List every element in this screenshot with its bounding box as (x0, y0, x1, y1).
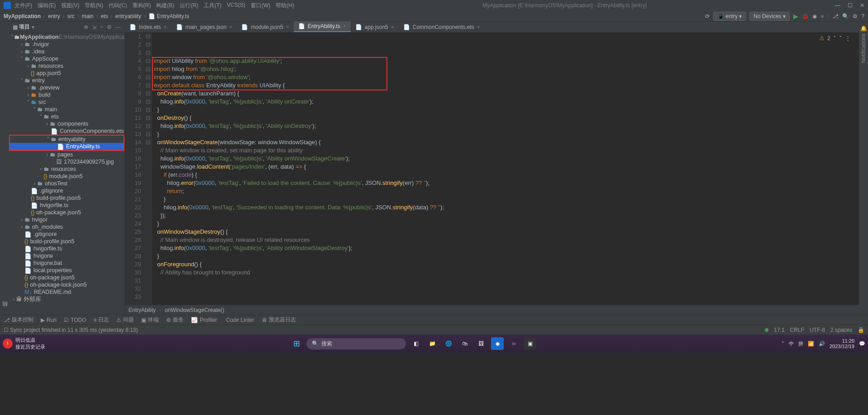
fold-gutter[interactable]: ⊟⊟ ⊟ ⊟ ⊟⊟ ⊟⊟ ⊟ ⊟⊟ ⊟ ⊟ ⊟ (146, 33, 152, 305)
search-icon[interactable]: 🔍 (842, 13, 849, 19)
crumb-class[interactable]: EntryAbility (129, 307, 156, 313)
tree-item[interactable]: ›🖿oh_modules (9, 223, 124, 231)
breadcrumb-item[interactable]: entry (48, 13, 60, 19)
volume-icon[interactable]: 🔊 (819, 341, 825, 347)
tree-item[interactable]: 📄.gitignore (9, 187, 124, 194)
menu-item[interactable]: 窗口(W) (251, 2, 270, 9)
tree-item[interactable]: 📄hvigorw.bat (9, 259, 124, 267)
tree-item[interactable]: ›🖿ohosTest (9, 180, 124, 187)
breadcrumb-item[interactable]: MyApplication (4, 13, 41, 19)
device-selector[interactable]: No Devices ▾ (749, 12, 790, 21)
tree-item[interactable]: 📄hvigorfile.ts (9, 202, 124, 209)
close-tab-icon[interactable]: × (391, 24, 394, 30)
menu-item[interactable]: 工具(T) (204, 2, 221, 9)
up-icon[interactable]: ˄ (833, 34, 836, 42)
more-icon[interactable]: ⋮ (845, 34, 851, 42)
notifications-tab[interactable]: Notifications (860, 33, 867, 63)
tree-item[interactable]: 📄EntryAbility.ts (10, 143, 124, 150)
tree-item[interactable]: ›🖿hvigor (9, 216, 124, 223)
menu-item[interactable]: 重构(R) (133, 2, 151, 9)
tree-item[interactable]: {}build-profile.json5 (9, 238, 124, 245)
breadcrumb-item[interactable]: 📄 EntryAbility.ts (148, 13, 189, 19)
bottom-tool[interactable]: ☑TODO (64, 317, 86, 323)
tree-item[interactable]: ›🖿.hvigor (9, 41, 124, 48)
tree-external[interactable]: ›🏛 外部库 (9, 296, 124, 303)
tree-item[interactable]: ˅🖿entry (9, 77, 124, 84)
menu-item[interactable]: 导航(N) (85, 2, 103, 9)
tree-item[interactable]: ˅🖿entryability (10, 136, 124, 143)
menu-item[interactable]: 代码(C) (109, 2, 127, 9)
options-icon[interactable]: ⚙ (107, 24, 112, 30)
tree-item[interactable]: 📄.gitignore (9, 231, 124, 238)
editor-tab[interactable]: 📄Index.ets× (125, 22, 172, 32)
code-content[interactable]: import UIAbility from '@ohos.app.ability… (152, 33, 859, 305)
breadcrumb-item[interactable]: ets (101, 13, 108, 19)
close-tab-icon[interactable]: × (286, 24, 289, 30)
close-tab-icon[interactable]: × (477, 24, 480, 30)
vs-icon[interactable]: ∞ (507, 337, 520, 350)
tree-item[interactable]: ›🖿resources (9, 165, 124, 173)
breadcrumb-item[interactable]: src (67, 13, 75, 19)
notification-center-icon[interactable]: 💬 (859, 341, 865, 347)
tree-item[interactable]: ›🖿.preview (9, 84, 124, 91)
bottom-tool[interactable]: ≡日志 (93, 316, 109, 324)
notifications-icon[interactable]: 🔔 (860, 25, 867, 32)
terminal-icon[interactable]: ▣ (524, 337, 536, 350)
bottom-tool[interactable]: ▶Run (41, 317, 57, 323)
start-button[interactable]: ⊞ (290, 337, 303, 350)
run-button[interactable]: ▶ (793, 13, 798, 20)
hide-icon[interactable]: — (115, 24, 121, 30)
menu-item[interactable]: 视图(V) (61, 2, 79, 9)
wifi-icon[interactable]: 📶 (808, 341, 814, 347)
bottom-tool[interactable]: 🖥预览器日志 (262, 316, 296, 324)
entry-selector[interactable]: 📱 entry ▾ (713, 12, 746, 21)
close-button[interactable]: ✕ (860, 2, 864, 9)
git-icon[interactable]: ⎇ (832, 13, 839, 19)
inspection-widget[interactable]: ⚠2 ˄˅ ⋮ (819, 34, 859, 42)
tree-item[interactable]: ›🖿resources (9, 62, 124, 70)
lock-icon[interactable]: 🔒 (858, 327, 864, 333)
bottom-tool[interactable]: Code Linter (224, 317, 254, 323)
project-tree[interactable]: ˅🖿 MyApplication E:\HarmonyOS\MyApplicat… (9, 33, 124, 315)
tree-item[interactable]: {}oh-package.json5 (9, 274, 124, 281)
close-tab-icon[interactable]: × (229, 24, 232, 30)
editor-tab[interactable]: 📄EntryAbility.ts× (294, 21, 351, 32)
tree-item[interactable]: ›🖿.idea (9, 48, 124, 55)
bottom-tool[interactable]: 📈Profiler (191, 317, 217, 323)
tree-item[interactable]: 📄local.properties (9, 267, 124, 274)
crumb-method[interactable]: onWindowStageCreate() (165, 307, 224, 313)
sync-icon[interactable]: ⟳ (705, 13, 710, 19)
profile-button[interactable]: ◉ (812, 13, 817, 19)
tree-item[interactable]: ˅🖿main (9, 106, 124, 113)
editor-tab[interactable]: 📄app.json5× (351, 22, 399, 32)
collapse-icon[interactable]: ÷ (100, 24, 103, 30)
bookmarks-tab[interactable]: Bookmarks (0, 154, 1, 181)
store-icon[interactable]: 🛍 (458, 337, 471, 350)
tree-root[interactable]: ˅🖿 MyApplication E:\HarmonyOS\MyApplicat… (9, 33, 124, 41)
edge-icon[interactable]: 🌐 (442, 337, 455, 350)
tree-item[interactable]: ˅🖿src (9, 99, 124, 106)
tree-item[interactable]: M↓READEME.md (9, 288, 124, 296)
tree-item[interactable]: {}module.json5 (9, 173, 124, 180)
bottom-tool[interactable]: ▣终端 (141, 316, 159, 324)
tree-item[interactable]: 🖼1702344909275.jpg (9, 158, 124, 165)
tree-item[interactable]: {}oh-package.json5 (9, 209, 124, 216)
close-tab-icon[interactable]: × (164, 24, 167, 30)
tray-up-icon[interactable]: ˄ (782, 341, 784, 347)
indent[interactable]: 2 spaces (830, 327, 852, 333)
tree-item[interactable]: ˅🖿AppScope (9, 55, 124, 62)
menu-item[interactable]: 文件(F) (14, 2, 32, 9)
debug-button[interactable]: 🐞 (802, 13, 809, 19)
line-sep[interactable]: CRLF (790, 327, 804, 333)
menu-item[interactable]: VCS(S) (227, 2, 245, 9)
tree-item[interactable]: 📄hvigorw (9, 252, 124, 259)
deveco-icon[interactable]: ◆ (491, 337, 504, 350)
editor-tab[interactable]: 📄CommonComponents.ets× (399, 22, 485, 32)
weather-icon[interactable]: ! (3, 339, 13, 349)
tree-item[interactable]: {}oh-package-lock.json5 (9, 281, 124, 288)
minimize-button[interactable]: — (835, 2, 840, 9)
close-tab-icon[interactable]: × (343, 23, 346, 29)
code-breadcrumb[interactable]: EntryAbility › onWindowStageCreate() (125, 305, 859, 315)
bottom-tool[interactable]: ⚠问题 (116, 316, 134, 324)
caret-pos[interactable]: 17:1 (774, 327, 784, 333)
